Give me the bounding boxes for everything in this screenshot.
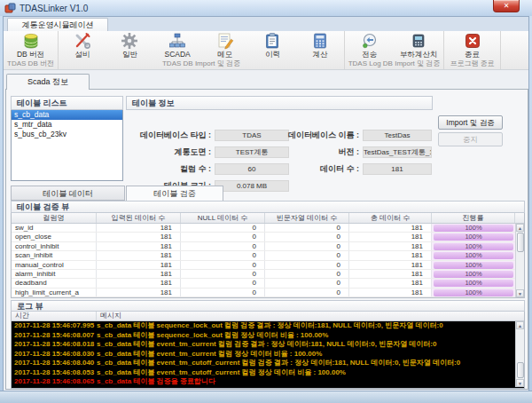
- log-message: s_cb_data 테이블 sequence_lock_out 컬럼 정상 데이…: [97, 331, 515, 341]
- ribbon-button-scada[interactable]: SCADA: [154, 32, 200, 60]
- log-scrollbar[interactable]: ▲ ▼: [515, 321, 524, 387]
- table-row[interactable]: alarm_inhibit18100181100%: [12, 270, 515, 279]
- column-header-progress[interactable]: 진행률: [432, 213, 515, 223]
- table-row[interactable]: deadband18100181100%: [12, 279, 515, 288]
- ribbon-button-transfer[interactable]: 전송: [347, 32, 393, 60]
- cell: sw_id: [12, 224, 97, 232]
- column-header-time[interactable]: 시간: [12, 312, 97, 320]
- cell: alarm_inhibit: [12, 270, 97, 278]
- ribbon-tab-simulation[interactable]: 계통운영시뮬레이션: [7, 18, 108, 31]
- cell: 181: [349, 261, 432, 269]
- list-item[interactable]: s_mtr_data: [12, 120, 122, 130]
- log-grid-header: 시간 메시지: [12, 312, 524, 321]
- ribbon-button-equipment[interactable]: 설비: [59, 32, 106, 60]
- progress-cell: 100%: [432, 224, 515, 232]
- ribbon: DB 버전 TDAS DB 버전 설비: [4, 31, 528, 70]
- table-row[interactable]: high_limit_current_a18100181100%: [12, 288, 515, 297]
- log-message: s_cb_data 테이블 event_tm_cutoff_current 컬럼…: [97, 368, 515, 378]
- tab-scada-info[interactable]: Scada 정보: [6, 74, 90, 90]
- ribbon-group-exit: 종료 프로그램 종료: [444, 31, 501, 69]
- scrollbar-thumb[interactable]: [517, 233, 524, 252]
- scroll-down-icon[interactable]: ▼: [516, 289, 524, 297]
- scroll-up-icon[interactable]: ▲: [516, 321, 524, 329]
- log-message: s_cb_data 테이블 event_tm_cutoff_current 컬럼…: [97, 359, 515, 368]
- progress-bar: 100%: [434, 225, 513, 232]
- ribbon-button-calculation[interactable]: 계산: [297, 32, 343, 60]
- ribbon-button-memo[interactable]: 메모: [202, 32, 248, 60]
- cell: 0: [181, 270, 265, 278]
- log-time: 2017-11-28 15:46:08.040: [12, 359, 97, 368]
- column-header-null-count[interactable]: NULL 데이터 수: [181, 213, 265, 223]
- cell: deadband: [12, 279, 97, 287]
- table-row[interactable]: scan_inhibit18100181100%: [12, 251, 515, 260]
- log-time: 2017-11-28 15:46:08.065: [12, 377, 97, 387]
- log-time: 2017-11-28 15:46:08.053: [12, 368, 97, 378]
- memo-icon: [216, 32, 234, 50]
- ribbon-group-label: TDAS DB 버전: [4, 59, 58, 69]
- tab-table-verify[interactable]: 테이블 검증: [126, 186, 223, 201]
- ribbon-button-history[interactable]: 이력: [249, 32, 295, 60]
- scrollbar-track[interactable]: [516, 253, 524, 289]
- log-row[interactable]: 2017-11-28 15:46:08.030s_cb_data 테이블 eve…: [12, 350, 515, 360]
- import-verify-button[interactable]: Import 및 검증: [438, 115, 503, 130]
- table-row[interactable]: control_inhibit18100181100%: [12, 242, 515, 251]
- cell: 0: [265, 288, 349, 296]
- database-icon: [22, 32, 40, 50]
- app-body: 계통운영시뮬레이션 DB 버전 TDAS DB 버전: [3, 16, 529, 391]
- scrollbar-track[interactable]: [516, 329, 524, 361]
- log-message: s_cb_data 테이블 event_tm_current 컬럼 정상 데이터…: [97, 350, 515, 360]
- progress-cell: 100%: [432, 270, 515, 278]
- list-item[interactable]: s_cb_data: [12, 110, 122, 120]
- cell: 181: [97, 270, 181, 278]
- column-header-total-count[interactable]: 총 데이터 수: [349, 213, 432, 223]
- column-header-input-count[interactable]: 입력된 데이터 수: [97, 213, 181, 223]
- ribbon-button-db-version[interactable]: DB 버전: [8, 32, 54, 60]
- db-type-label: 데이터베이스 타입 :: [126, 130, 211, 141]
- table-row[interactable]: open_close18100181100%: [12, 233, 515, 241]
- ribbon-button-load-calculator[interactable]: 부하계산치: [395, 32, 442, 60]
- transfer-icon: [361, 32, 379, 50]
- verify-scrollbar[interactable]: ▲ ▼: [515, 224, 524, 297]
- version-label: 버전 :: [275, 146, 359, 158]
- log-row[interactable]: 2017-11-28 15:46:08.018s_cb_data 테이블 eve…: [12, 340, 515, 350]
- titlebar[interactable]: TDASLinker V1.0 ✕: [0, 0, 532, 16]
- log-row[interactable]: 2017-11-28 15:46:08.007s_cb_data 테이블 seq…: [12, 331, 515, 341]
- table-row[interactable]: sw_id18100181100%: [12, 224, 515, 233]
- cell: 0: [181, 279, 265, 287]
- progress-cell: 100%: [432, 251, 515, 259]
- scroll-down-icon[interactable]: ▼: [516, 379, 524, 387]
- log-row[interactable]: 2017-11-28 15:46:08.065s_cb_data 테이블 검증을…: [12, 377, 515, 387]
- column-header-empty-count[interactable]: 빈문자열 데이터 수: [265, 213, 349, 223]
- db-name-value: TestDas: [363, 130, 432, 141]
- scrollbar-thumb[interactable]: [517, 362, 524, 378]
- app-window: TDASLinker V1.0 ✕ 계통운영시뮬레이션 DB 버전 TDAS D…: [0, 0, 532, 403]
- column-header-message[interactable]: 메시지: [97, 312, 524, 320]
- list-item[interactable]: s_bus_cb_23kv: [12, 130, 122, 139]
- cell: 0: [265, 224, 349, 232]
- ribbon-button-exit[interactable]: 종료: [450, 32, 496, 60]
- log-body: 2017-11-28 15:46:07.995s_cb_data 테이블 seq…: [12, 321, 515, 387]
- log-row[interactable]: 2017-11-28 15:46:08.053s_cb_data 테이블 eve…: [12, 368, 515, 378]
- stop-button[interactable]: 중지: [438, 132, 503, 146]
- window-title: TDASLinker V1.0: [20, 4, 88, 13]
- table-row[interactable]: manual_control18100181100%: [12, 261, 515, 270]
- ribbon-button-general[interactable]: 일반: [106, 32, 153, 60]
- log-row[interactable]: 2017-11-28 15:46:08.040s_cb_data 테이블 eve…: [12, 359, 515, 368]
- column-header-name[interactable]: 컬럼명: [12, 213, 97, 223]
- progress-cell: 100%: [432, 242, 515, 250]
- log-message: s_cb_data 테이블 event_tm_current 컬럼 검증 결과 …: [97, 340, 515, 350]
- close-button[interactable]: ✕: [493, 0, 520, 12]
- tab-table-data[interactable]: 테이블 데이터: [11, 186, 125, 201]
- log-message: s_cb_data 테이블 sequence_lock_out 컬럼 검증 결과…: [97, 321, 515, 331]
- log-row[interactable]: 2017-11-28 15:46:07.995s_cb_data 테이블 seq…: [12, 321, 515, 331]
- scada-panel: 테이블 리스트 s_cb_datas_mtr_datas_bus_cb_23kv…: [5, 89, 528, 390]
- ribbon-group-label: TDAS DB Import 및 검증: [59, 59, 344, 69]
- ribbon-tabstrip: 계통운영시뮬레이션: [4, 17, 528, 31]
- tools-icon: [74, 32, 91, 50]
- scroll-up-icon[interactable]: ▲: [516, 224, 524, 232]
- table-info-box: 테이블 정보 데이터베이스 타입 :TDAS 데이터베이스 이름 :TestDa…: [126, 96, 433, 181]
- table-info-title: 테이블 정보: [126, 96, 433, 110]
- calculator-icon: [311, 32, 329, 50]
- progress-cell: 100%: [432, 288, 515, 296]
- cell: 0: [265, 233, 349, 241]
